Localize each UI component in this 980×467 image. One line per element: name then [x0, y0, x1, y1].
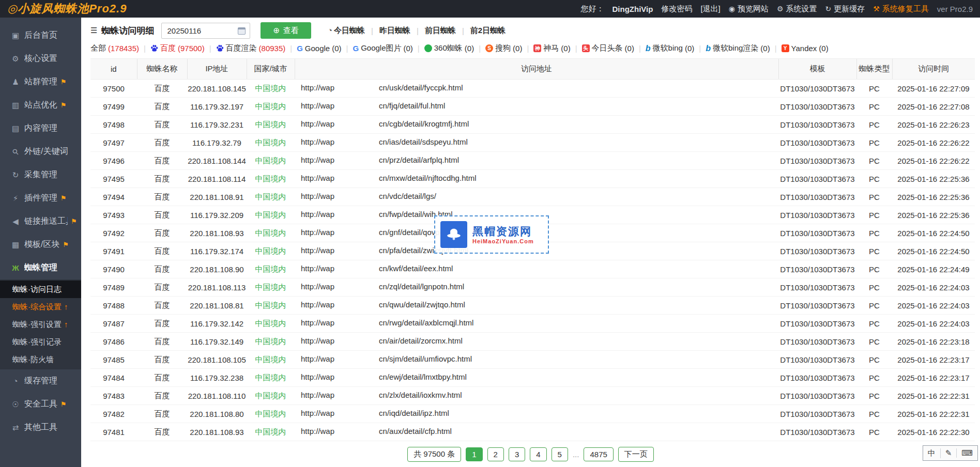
change-password-link[interactable]: 修改密码: [661, 4, 692, 14]
page-button-4875[interactable]: 4875: [584, 447, 613, 461]
filter-item-7[interactable]: 神神马(0): [533, 43, 570, 53]
sidebar-item-label: 链接推送工具: [24, 216, 68, 227]
sidebar-item-dashboard[interactable]: ▣后台首页: [0, 24, 81, 47]
cell-region: 中国境内: [247, 152, 295, 170]
table-row: 97486百度116.179.32.149中国境内http://wapcn/ai…: [90, 333, 975, 351]
quick-link-3[interactable]: 前2日蜘蛛: [470, 26, 506, 36]
url-prefix: http://wap: [301, 155, 334, 164]
filter-item-8[interactable]: 头今日头条(0): [582, 43, 634, 53]
filter-count: (0): [332, 44, 341, 53]
cell-id: 97494: [90, 188, 137, 206]
quick-link-2[interactable]: 前日蜘蛛: [425, 26, 456, 36]
watermark-text: 黑帽资源网 HeiMaoZiYuan.Com: [472, 225, 534, 244]
censored-domain: [334, 373, 379, 383]
quick-link-0[interactable]: ◔今日蜘蛛: [328, 26, 365, 36]
sidebar-subitem-spider-general-settings[interactable]: 蜘蛛·综合设置↑: [0, 298, 81, 316]
page-button-3[interactable]: 3: [509, 447, 525, 461]
filter-item-5[interactable]: 360蜘蛛(0): [424, 43, 474, 53]
filter-label: 百度渲染: [226, 43, 257, 53]
cell-id: 97498: [90, 116, 137, 134]
censored-domain: [334, 337, 379, 347]
sidebar-item-site-optimize[interactable]: ▥站点优化⚑: [0, 94, 81, 117]
cell-spider-name: 百度: [137, 170, 187, 188]
send-icon: ◀: [9, 217, 22, 226]
cell-id: 97482: [90, 405, 137, 423]
view-button[interactable]: ⊕ 查看: [261, 22, 311, 39]
sidebar-item-links-keywords[interactable]: ⚲外链/关键词: [0, 140, 81, 163]
cell-url: http://wapcn/usk/detail/fyccpk.html: [295, 80, 778, 98]
ime-pen-icon[interactable]: ✎: [941, 448, 957, 458]
filter-label: Google: [305, 44, 330, 53]
page-button-5[interactable]: 5: [552, 447, 568, 461]
table-row: 97481百度220.181.108.93中国境内http://wapcn/au…: [90, 423, 975, 441]
preview-site-link[interactable]: ◉ 预览网站: [729, 4, 769, 14]
page-button-2[interactable]: 2: [487, 447, 504, 461]
cell-id: 97491: [90, 242, 137, 260]
filter-item-6[interactable]: S搜狗(0): [485, 43, 522, 53]
ime-toolbar[interactable]: 中✎⌨: [923, 445, 978, 461]
date-input[interactable]: [161, 23, 250, 39]
filter-separator: |: [346, 44, 348, 53]
repair-tool-link[interactable]: ⚒ 系统修复工具: [873, 4, 929, 14]
filter-item-0[interactable]: 全部(178435): [90, 43, 139, 53]
filter-item-10[interactable]: b微软bing渲染(0): [706, 43, 770, 53]
system-settings-link[interactable]: ⚙ 系统设置: [777, 4, 817, 14]
table-row: 97484百度116.179.32.238中国境内http://wapcn/ew…: [90, 369, 975, 387]
page-button-4[interactable]: 4: [530, 447, 546, 461]
sidebar-item-security-tools[interactable]: ☉安全工具⚑: [0, 393, 81, 416]
sidebar-item-other-tools[interactable]: ⇄其他工具: [0, 416, 81, 439]
sidebar-item-cache-manage[interactable]: ◔缓存管理: [0, 369, 81, 393]
cell-template: DT1030/1030DT3673: [778, 188, 856, 206]
cell-spider-type: PC: [856, 206, 892, 224]
region-label: 中国境内: [255, 84, 286, 92]
sidebar-item-label: 核心设置: [24, 53, 57, 64]
sidebar-subitem-spider-firewall[interactable]: 蜘蛛·防火墙: [0, 351, 81, 368]
censored-domain: [334, 211, 379, 220]
filter-label: 搜狗: [495, 43, 511, 53]
logout-link[interactable]: [退出]: [700, 4, 720, 14]
sidebar-subitem-spider-force-settings[interactable]: 蜘蛛·强引设置↑: [0, 316, 81, 333]
filter-item-9[interactable]: b微软bing(0): [646, 43, 694, 53]
sidebar-item-site-group[interactable]: ♟站群管理⚑: [0, 70, 81, 94]
filter-item-1[interactable]: 百度(97500): [150, 43, 205, 53]
page-button-下一页[interactable]: 下一页: [618, 447, 654, 462]
sidebar-item-core-settings[interactable]: ⚙核心设置: [0, 47, 81, 70]
filter-item-11[interactable]: YYandex(0): [782, 44, 829, 53]
sidebar-item-link-push-tools[interactable]: ◀链接推送工具⚑: [0, 210, 81, 233]
cell-spider-type: PC: [856, 315, 892, 333]
sidebar-item-collect-manage[interactable]: ↻采集管理: [0, 163, 81, 186]
cell-time: 2025-01-16 22:27:09: [892, 80, 975, 98]
cell-spider-name: 百度: [137, 134, 187, 152]
cell-region: 中国境内: [247, 387, 295, 405]
table-body: 97500百度220.181.108.145中国境内http://wapcn/u…: [90, 80, 975, 441]
sidebar-item-content-manage[interactable]: ▤内容管理: [0, 117, 81, 140]
sidebar-subitem-spider-access-log[interactable]: 蜘蛛·访问日志: [0, 281, 81, 298]
spider-icon: Ж: [9, 263, 22, 272]
filter-label: 全部: [90, 43, 106, 53]
quick-link-separator: |: [371, 26, 373, 35]
table-row: 97497百度116.179.32.79中国境内http://wapcn/ias…: [90, 134, 975, 152]
filter-item-3[interactable]: GGoogle(0): [297, 44, 341, 53]
sidebar-item-plugin-manage[interactable]: ⚡插件管理⚑: [0, 186, 81, 210]
url-prefix: http://wap: [301, 318, 334, 327]
url-prefix: http://wap: [301, 264, 334, 273]
sidebar-item-label: 站群管理: [24, 76, 57, 87]
sidebar-item-label: 缓存管理: [24, 376, 57, 386]
page-button-1[interactable]: 1: [466, 447, 482, 461]
quick-link-1[interactable]: 昨日蜘蛛: [379, 26, 410, 36]
sidebar-subitem-spider-force-records[interactable]: 蜘蛛·强引记录: [0, 333, 81, 351]
cell-region: 中国境内: [247, 116, 295, 134]
update-cache-link[interactable]: ↻ 更新缓存: [825, 4, 865, 14]
column-header-0: id: [90, 59, 137, 80]
region-label: 中国境内: [255, 391, 286, 400]
sidebar-item-spider-manage[interactable]: Ж蜘蛛管理: [0, 256, 81, 279]
sidebar-item-template-blocks[interactable]: ▦模板/区块⚑: [0, 233, 81, 256]
url-path: cn/prz/detail/arfplq.html: [379, 155, 459, 164]
filter-item-4[interactable]: GGoogle图片(0): [353, 43, 412, 53]
cell-id: 97493: [90, 206, 137, 224]
filter-item-2[interactable]: 百度渲染(80935): [216, 43, 286, 53]
ime-keyboard-icon[interactable]: ⌨: [957, 448, 977, 458]
calendar-icon[interactable]: [238, 27, 246, 35]
ime-lang-indicator[interactable]: 中: [923, 448, 941, 458]
cell-url: http://wapcn/kwf/detail/eex.html: [295, 260, 778, 278]
